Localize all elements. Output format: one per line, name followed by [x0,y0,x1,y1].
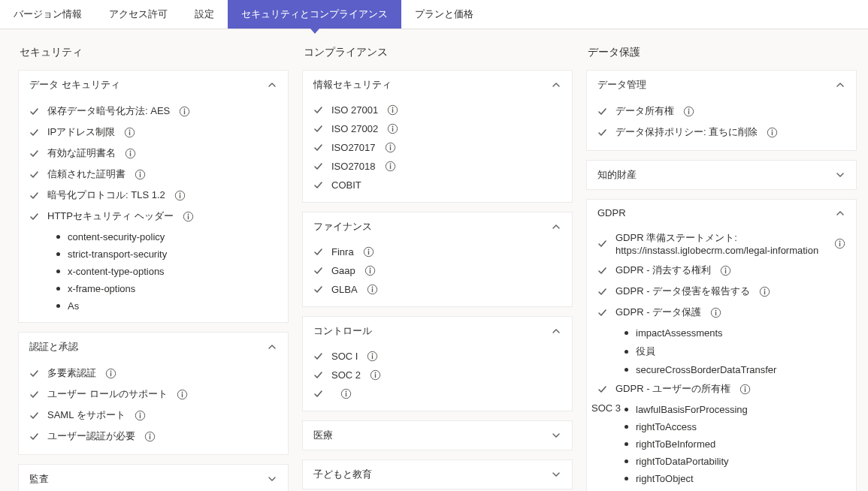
panel: 監査 [18,464,289,491]
info-icon[interactable] [367,351,378,362]
item-label: データ保持ポリシー: 直ちに削除 [615,125,758,139]
panel-header[interactable]: データ セキュリティ [19,71,288,99]
svg-point-46 [369,268,370,270]
column-0: セキュリティデータ セキュリティ保存データ暗号化方法: AESIPアドレス制限有… [18,43,289,491]
info-icon[interactable] [183,211,194,222]
bullet-icon [625,331,628,335]
chevron-up-icon [551,80,561,90]
svg-rect-77 [715,312,716,315]
panel: コントロールSOC ISOC 2 [302,316,573,411]
svg-rect-74 [764,291,765,294]
svg-rect-35 [392,128,393,131]
panel-body: FinraGaapGLBA [303,241,572,306]
info-icon[interactable] [767,127,778,138]
panel-header[interactable]: 認証と承認 [19,333,288,361]
svg-point-70 [725,267,727,269]
panel-title: 監査 [29,472,49,486]
sublist-item: content-security-policy [56,228,282,246]
info-icon[interactable] [124,127,135,138]
svg-point-67 [839,241,841,242]
info-icon[interactable] [135,169,146,180]
panel-header[interactable]: GDPR [587,200,856,226]
info-icon[interactable] [340,388,352,399]
info-icon[interactable] [710,307,721,318]
check-icon [597,107,607,116]
info-icon[interactable] [720,265,731,276]
info-icon[interactable] [174,190,186,201]
panel: 医療 [302,420,573,450]
info-icon[interactable] [364,265,376,276]
list-item: 保存データ暗号化方法: AES [25,101,282,122]
info-icon[interactable] [385,142,396,153]
tabs-bar: バージョン情報アクセス許可設定セキュリティとコンプライアンスプランと価格 [0,0,868,29]
tab-1[interactable]: アクセス許可 [95,0,181,29]
panel-header[interactable]: 医療 [303,421,572,450]
chevron-up-icon [267,80,277,90]
panel-header[interactable]: 知的財産 [587,161,856,189]
tab-3[interactable]: セキュリティとコンプライアンス [228,0,401,29]
info-icon[interactable] [363,246,374,258]
panel-title: 情報セキュリティ [313,78,392,92]
svg-point-10 [140,171,141,173]
item-label: SOC I [331,351,358,362]
bullet-icon [56,304,60,308]
tab-0[interactable]: バージョン情報 [0,0,95,29]
panel-header[interactable]: コントロール [303,317,572,345]
svg-rect-32 [392,109,393,113]
panel-header[interactable]: 監査 [19,465,288,491]
info-icon[interactable] [387,123,398,134]
info-icon[interactable] [739,384,751,395]
info-icon[interactable] [683,106,694,117]
check-icon [29,432,39,441]
sublist: lawfulBasisForProcessingrightToAccessrig… [593,399,850,487]
item-label: Gaap [331,265,355,276]
tab-2[interactable]: 設定 [181,0,228,29]
panel-body: SOC ISOC 2 [303,345,572,411]
svg-point-37 [389,145,391,146]
check-icon [313,351,323,361]
panel-body: 保存データ暗号化方法: AESIPアドレス制限有効な証明書名信頼された証明書暗号… [19,99,288,322]
list-item: 多要素認証 [25,363,282,384]
info-icon[interactable] [387,104,398,116]
list-item: 暗号化プロトコル: TLS 1.2 [25,185,282,206]
info-icon[interactable] [367,284,378,295]
sublist-label: content-security-policy [68,231,165,242]
info-icon[interactable] [105,368,116,379]
svg-rect-14 [180,194,180,198]
check-icon [29,411,39,420]
panel-header[interactable]: 子どもと教育 [303,460,572,489]
info-icon[interactable] [759,286,770,297]
sublist-label: rightToBeInformed [636,438,715,450]
info-icon[interactable] [834,238,845,249]
info-icon[interactable] [144,431,156,442]
info-icon[interactable] [177,389,188,400]
check-icon [597,239,607,249]
info-icon[interactable] [385,161,396,172]
sublist-item: rightToDataPortability [625,453,850,470]
info-icon[interactable] [125,148,136,159]
item-label: 信頼された証明書 [47,167,126,181]
svg-point-4 [129,129,131,131]
list-item: GLBA [309,280,566,299]
svg-point-19 [110,370,112,372]
list-item: データ保持ポリシー: 直ちに削除 [593,122,850,143]
bullet-icon [625,425,628,429]
check-icon [29,170,39,179]
svg-rect-11 [140,173,141,177]
info-icon[interactable] [179,106,190,117]
sublist-item: lawfulBasisForProcessing [625,401,850,418]
info-icon[interactable] [370,369,381,381]
panel-header[interactable]: ファイナンス [303,212,572,241]
sublist-item: 役員 [625,342,850,361]
panel-header[interactable]: 情報セキュリティ [303,71,572,99]
panel-body: GDPR 準備ステートメント: https://instassl.iglobec… [587,226,856,491]
panel-header[interactable]: データ管理 [587,71,856,99]
check-icon [29,191,39,200]
info-icon[interactable] [135,410,146,421]
svg-rect-29 [150,435,150,439]
tab-4[interactable]: プランと価格 [401,0,487,29]
chevron-down-icon [267,474,277,484]
sublist-item: secureCrossBorderDataTransfer [625,361,850,378]
sublist-item: As [56,297,282,315]
svg-point-58 [346,391,347,393]
